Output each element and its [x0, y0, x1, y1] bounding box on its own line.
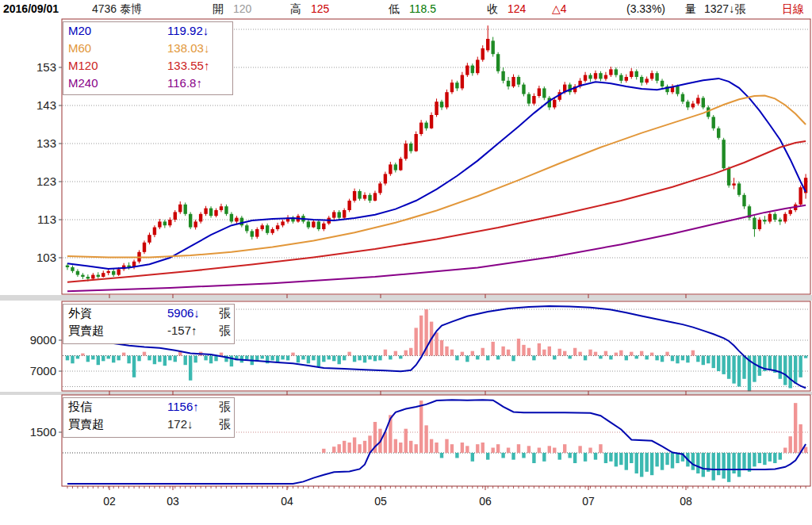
- svg-text:103: 103: [36, 251, 56, 264]
- trust-net-label: 買賣超: [68, 416, 104, 433]
- foreign-holdings-row: 外資 5906↓ 張: [63, 305, 234, 322]
- trust-holdings-unit: 張: [219, 398, 231, 416]
- ma20-value: 119.92↓: [167, 22, 209, 40]
- high-value: 125: [311, 2, 329, 15]
- trust-net-unit: 張: [219, 416, 231, 433]
- foreign-net-row: 買賣超 -157↑ 張: [63, 322, 234, 339]
- trust-net-value: 172↓: [167, 416, 193, 433]
- foreign-net-unit: 張: [219, 322, 231, 339]
- foreign-net-value: -157↑: [167, 322, 197, 339]
- svg-text:153: 153: [36, 60, 56, 74]
- ma-legend-row-m20: M20 119.92↓: [63, 22, 232, 40]
- svg-text:133: 133: [36, 136, 56, 150]
- close-label: 收: [487, 2, 498, 17]
- trust-net-row: 買賣超 172↓ 張: [63, 416, 234, 433]
- svg-text:02: 02: [103, 495, 116, 508]
- ma240-value: 116.8↑: [167, 75, 202, 92]
- foreign-holdings-value: 5906↓: [167, 305, 200, 322]
- ma60-value: 138.03↓: [167, 40, 209, 57]
- ma20-label: M20: [68, 22, 91, 40]
- investment-trust-legend: 投信 1156↑ 張 買賣超 172↓ 張: [63, 397, 235, 438]
- ma120-value: 133.55↑: [167, 57, 209, 75]
- open-value: 120: [233, 2, 251, 15]
- low-value: 118.5: [409, 2, 436, 15]
- svg-text:1500: 1500: [30, 425, 56, 439]
- trust-holdings-row: 投信 1156↑ 張: [63, 398, 234, 416]
- period-indicator[interactable]: 日線: [782, 2, 804, 17]
- quote-date: 2016/09/01: [3, 2, 59, 15]
- ma60-label: M60: [68, 40, 91, 57]
- foreign-net-label: 買賣超: [68, 322, 104, 339]
- svg-text:143: 143: [36, 98, 56, 112]
- svg-text:08: 08: [680, 495, 692, 508]
- ma-legend-row-m120: M120 133.55↑: [63, 57, 232, 75]
- change-percent: (3.33%): [626, 2, 665, 15]
- close-value: 124: [508, 2, 526, 15]
- ma-legend-row-m60: M60 138.03↓: [63, 40, 232, 57]
- volume-value: 1327↓張: [704, 2, 745, 17]
- ma-legend: M20 119.92↓ M60 138.03↓ M120 133.55↑ M24…: [63, 21, 233, 95]
- low-label: 低: [389, 2, 400, 17]
- svg-text:06: 06: [479, 495, 492, 508]
- foreign-holdings-unit: 張: [219, 305, 231, 322]
- ma240-label: M240: [68, 75, 98, 92]
- foreign-label: 外資: [68, 305, 92, 322]
- open-label: 開: [213, 2, 224, 17]
- ma-legend-row-m240: M240 116.8↑: [63, 75, 232, 92]
- high-label: 高: [290, 2, 301, 17]
- svg-text:123: 123: [36, 174, 56, 188]
- svg-text:07: 07: [582, 495, 595, 508]
- svg-text:9000: 9000: [30, 333, 56, 347]
- svg-text:03: 03: [167, 495, 179, 508]
- volume-label: 量: [685, 2, 696, 17]
- svg-text:7000: 7000: [30, 364, 56, 377]
- trust-label: 投信: [68, 398, 92, 416]
- stock-name: 4736 泰博: [92, 2, 142, 17]
- svg-text:04: 04: [281, 495, 293, 508]
- ma120-label: M120: [68, 57, 98, 75]
- svg-text:113: 113: [37, 213, 56, 226]
- trust-holdings-value: 1156↑: [167, 398, 199, 416]
- stock-chart-app: 1531431331231131039000700015000203040506…: [0, 0, 812, 525]
- foreign-investor-legend: 外資 5906↓ 張 買賣超 -157↑ 張: [63, 304, 235, 344]
- change-value: △4: [552, 2, 567, 15]
- svg-text:05: 05: [374, 495, 387, 508]
